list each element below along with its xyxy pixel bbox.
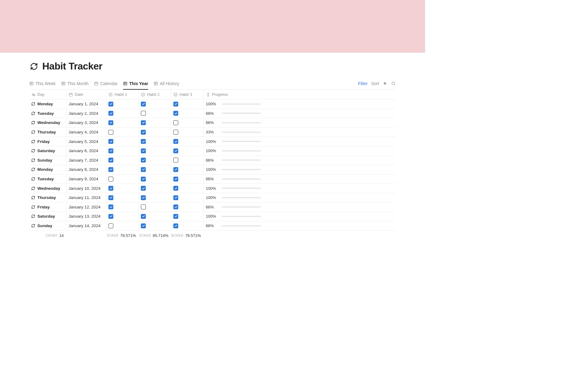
table-row[interactable]: TuesdayJanuary 2, 202466% bbox=[29, 109, 396, 118]
table-row[interactable]: SundayJanuary 7, 202466% bbox=[29, 156, 396, 165]
checkbox-checked[interactable] bbox=[141, 120, 146, 125]
cell-h1 bbox=[106, 174, 138, 184]
checkbox-checked[interactable] bbox=[108, 167, 113, 172]
checkbox-checked[interactable] bbox=[108, 120, 113, 125]
checkbox-checked[interactable] bbox=[141, 223, 146, 228]
column-header-progress[interactable]: Progress bbox=[203, 90, 396, 99]
checkbox-checked[interactable] bbox=[173, 139, 178, 144]
table-icon bbox=[123, 81, 127, 86]
checkbox-checked[interactable] bbox=[108, 186, 113, 191]
table-row[interactable]: ThursdayJanuary 4, 202433% bbox=[29, 128, 396, 137]
column-header-habit-3[interactable]: Habit 3 bbox=[171, 90, 203, 99]
checkbox-checked[interactable] bbox=[173, 177, 178, 182]
column-header-habit-2[interactable]: Habit 2 bbox=[138, 90, 171, 99]
checkbox-unchecked[interactable] bbox=[108, 223, 113, 228]
cell-h2 bbox=[138, 137, 171, 146]
table-row[interactable]: FridayJanuary 12, 202466% bbox=[29, 203, 396, 212]
checkbox-checked[interactable] bbox=[108, 214, 113, 219]
cell-progress: 66% bbox=[203, 203, 396, 212]
filter-button[interactable]: Filter bbox=[358, 81, 368, 86]
checkbox-checked[interactable] bbox=[173, 214, 178, 219]
footer-count-value: 14 bbox=[59, 233, 64, 238]
checkbox-checked[interactable] bbox=[141, 139, 146, 144]
bolt-icon[interactable] bbox=[383, 81, 387, 86]
footer-h1-label: ECKED bbox=[107, 234, 119, 237]
tab-this-year[interactable]: This Year bbox=[123, 77, 148, 89]
checkbox-checked[interactable] bbox=[141, 186, 146, 191]
cell-h2 bbox=[138, 128, 171, 137]
cell-h3 bbox=[171, 174, 203, 184]
table-row[interactable]: ThursdayJanuary 11, 2024100% bbox=[29, 193, 396, 203]
svg-rect-19 bbox=[69, 93, 73, 96]
progress-label: 100% bbox=[206, 148, 219, 153]
checkbox-checked[interactable] bbox=[108, 195, 113, 200]
column-header-habit-1[interactable]: Habit 1 bbox=[106, 90, 138, 99]
checkbox-checked[interactable] bbox=[141, 102, 146, 107]
cell-h1 bbox=[106, 203, 138, 212]
table-row[interactable]: WednesdayJanuary 3, 202466% bbox=[29, 118, 396, 128]
cell-h2 bbox=[138, 156, 171, 165]
checkbox-unchecked[interactable] bbox=[141, 111, 146, 116]
table-row[interactable]: MondayJanuary 1, 2024100% bbox=[29, 99, 396, 109]
tab-label: This Week bbox=[36, 81, 56, 86]
checkbox-checked[interactable] bbox=[108, 111, 113, 116]
checkbox-checked[interactable] bbox=[141, 177, 146, 182]
column-header-day[interactable]: Day bbox=[29, 92, 66, 97]
table-row[interactable]: MondayJanuary 8, 2024100% bbox=[29, 165, 396, 174]
checkbox-checked[interactable] bbox=[141, 148, 146, 153]
table-row[interactable]: TuesdayJanuary 9, 202466% bbox=[29, 174, 396, 184]
cell-h1 bbox=[106, 109, 138, 118]
checkbox-checked[interactable] bbox=[173, 186, 178, 191]
column-label: Progress bbox=[212, 92, 228, 97]
checkbox-checked[interactable] bbox=[108, 102, 113, 107]
text-icon bbox=[31, 92, 36, 97]
checkbox-unchecked[interactable] bbox=[173, 130, 178, 135]
cell-h2 bbox=[138, 109, 171, 118]
checkbox-unchecked[interactable] bbox=[173, 120, 178, 125]
checkbox-checked[interactable] bbox=[141, 130, 146, 135]
checkbox-checked[interactable] bbox=[173, 167, 178, 172]
checkbox-checked[interactable] bbox=[141, 167, 146, 172]
checkbox-checked[interactable] bbox=[108, 148, 113, 153]
checkbox-checked[interactable] bbox=[173, 204, 178, 209]
page-title: Habit Tracker bbox=[42, 61, 102, 72]
cell-progress: 66% bbox=[203, 109, 396, 118]
table-row[interactable]: SundayJanuary 14, 202466% bbox=[29, 221, 396, 231]
search-icon[interactable] bbox=[391, 81, 396, 86]
table-icon bbox=[29, 81, 34, 86]
cell-date: January 13, 2024 bbox=[66, 212, 106, 221]
table-row[interactable]: SaturdayJanuary 13, 2024100% bbox=[29, 212, 396, 221]
checkbox-checked[interactable] bbox=[173, 111, 178, 116]
cell-day: Monday bbox=[29, 165, 66, 174]
checkbox-checked[interactable] bbox=[173, 102, 178, 107]
checkbox-checked[interactable] bbox=[173, 148, 178, 153]
day-label: Wednesday bbox=[37, 120, 60, 125]
day-label: Sunday bbox=[37, 158, 52, 163]
cell-h3 bbox=[171, 156, 203, 165]
tab-all-history[interactable]: All History bbox=[154, 77, 179, 89]
tab-this-month[interactable]: This Month bbox=[61, 77, 89, 89]
cell-h2 bbox=[138, 221, 171, 230]
column-header-date[interactable]: Date bbox=[66, 90, 106, 99]
checkbox-unchecked[interactable] bbox=[141, 204, 146, 209]
checkbox-checked[interactable] bbox=[173, 195, 178, 200]
cell-progress: 100% bbox=[203, 137, 396, 146]
checkbox-unchecked[interactable] bbox=[108, 130, 113, 135]
checkbox-unchecked[interactable] bbox=[108, 177, 113, 182]
table-row[interactable]: SaturdayJanuary 6, 2024100% bbox=[29, 146, 396, 156]
table-row[interactable]: WednesdayJanuary 10, 2024100% bbox=[29, 184, 396, 193]
checkbox-checked[interactable] bbox=[141, 158, 146, 163]
day-label: Monday bbox=[37, 167, 53, 172]
tab-this-week[interactable]: This Week bbox=[29, 77, 56, 89]
checkbox-checked[interactable] bbox=[141, 214, 146, 219]
table-row[interactable]: FridayJanuary 5, 2024100% bbox=[29, 137, 396, 146]
checkbox-unchecked[interactable] bbox=[173, 158, 178, 163]
checkbox-checked[interactable] bbox=[108, 204, 113, 209]
checkbox-checked[interactable] bbox=[108, 158, 113, 163]
sort-button[interactable]: Sort bbox=[371, 81, 379, 86]
tab-calendar[interactable]: Calendar bbox=[94, 77, 118, 89]
checkbox-checked[interactable] bbox=[108, 139, 113, 144]
checkbox-checked[interactable] bbox=[173, 223, 178, 228]
day-label: Tuesday bbox=[37, 111, 54, 116]
checkbox-checked[interactable] bbox=[141, 195, 146, 200]
